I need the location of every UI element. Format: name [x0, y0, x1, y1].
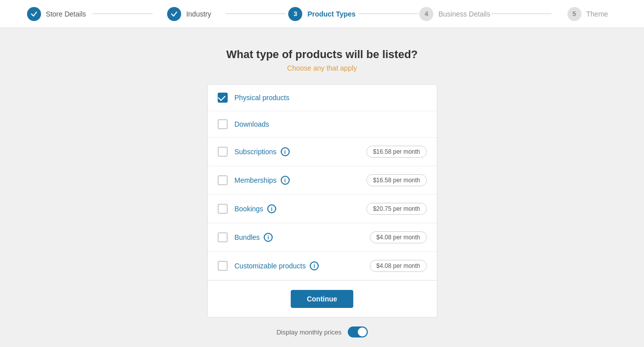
info-icon-bundles[interactable]: i — [264, 233, 273, 242]
checkbox-memberships[interactable] — [218, 175, 228, 185]
toggle-label: Display monthly prices — [276, 328, 341, 336]
step-theme: 5 Theme — [551, 7, 624, 21]
step-business-details: 4 Business Details — [418, 7, 491, 21]
main-content: What type of products will be listed? Ch… — [0, 28, 644, 347]
option-row-customizable-products: Customizable products i $4.08 per month — [208, 252, 437, 280]
step-icon-theme: 5 — [567, 7, 581, 21]
option-row-memberships: Memberships i $16.58 per month — [208, 166, 437, 195]
checkbox-bundles[interactable] — [218, 232, 228, 242]
step-label-product-types: Product Types — [307, 10, 355, 18]
page-title: What type of products will be listed? — [226, 48, 418, 61]
label-physical-products[interactable]: Physical products — [235, 94, 427, 102]
price-badge-memberships: $16.58 per month — [366, 174, 426, 186]
label-memberships[interactable]: Memberships i — [235, 176, 360, 185]
checkbox-bookings[interactable] — [218, 204, 228, 214]
checkbox-customizable-products[interactable] — [218, 261, 228, 271]
step-label-industry: Industry — [186, 10, 211, 18]
step-icon-product-types: 3 — [288, 7, 302, 21]
price-badge-customizable-products: $4.08 per month — [370, 260, 426, 272]
step-label-business-details: Business Details — [438, 10, 490, 18]
step-icon-store-details — [27, 7, 41, 21]
price-badge-bookings: $20.75 per month — [366, 203, 426, 215]
checkbox-subscriptions[interactable] — [218, 147, 228, 157]
step-label-theme: Theme — [586, 10, 608, 18]
step-connector-1 — [93, 14, 153, 14]
price-badge-bundles: $4.08 per month — [370, 231, 426, 243]
continue-button[interactable]: Continue — [291, 290, 353, 308]
toggle-switch-monthly-prices[interactable] — [348, 326, 368, 337]
continue-row: Continue — [208, 280, 437, 317]
label-subscriptions[interactable]: Subscriptions i — [235, 147, 360, 156]
price-badge-subscriptions: $16.58 per month — [366, 146, 426, 158]
label-bundles[interactable]: Bundles i — [235, 233, 363, 242]
step-icon-business-details: 4 — [419, 7, 433, 21]
toggle-row: Display monthly prices — [276, 326, 367, 337]
label-bookings[interactable]: Bookings i — [235, 204, 360, 213]
options-card: Physical products Downloads Subscription… — [207, 84, 437, 317]
page-subtitle: Choose any that apply — [287, 64, 357, 72]
step-store-details: Store Details — [20, 7, 93, 21]
step-label-store-details: Store Details — [46, 10, 86, 18]
option-row-downloads: Downloads — [208, 111, 437, 138]
info-icon-memberships[interactable]: i — [281, 176, 290, 185]
option-row-bundles: Bundles i $4.08 per month — [208, 223, 437, 252]
option-row-subscriptions: Subscriptions i $16.58 per month — [208, 138, 437, 166]
step-connector-4 — [491, 14, 551, 14]
checkbox-downloads[interactable] — [218, 119, 228, 129]
step-connector-2 — [226, 14, 286, 14]
step-product-types: 3 Product Types — [286, 7, 358, 21]
option-row-physical-products: Physical products — [208, 85, 437, 111]
step-icon-industry — [167, 7, 181, 21]
label-downloads[interactable]: Downloads — [235, 120, 427, 128]
step-connector-3 — [358, 14, 418, 14]
info-icon-bookings[interactable]: i — [267, 204, 276, 213]
option-row-bookings: Bookings i $20.75 per month — [208, 195, 437, 223]
stepper: Store Details Industry 3 Product Types 4… — [0, 0, 644, 28]
info-icon-customizable-products[interactable]: i — [310, 261, 319, 270]
checkbox-physical-products[interactable] — [218, 93, 228, 103]
info-icon-subscriptions[interactable]: i — [281, 147, 290, 156]
label-customizable-products[interactable]: Customizable products i — [235, 261, 363, 270]
step-industry: Industry — [153, 7, 225, 21]
